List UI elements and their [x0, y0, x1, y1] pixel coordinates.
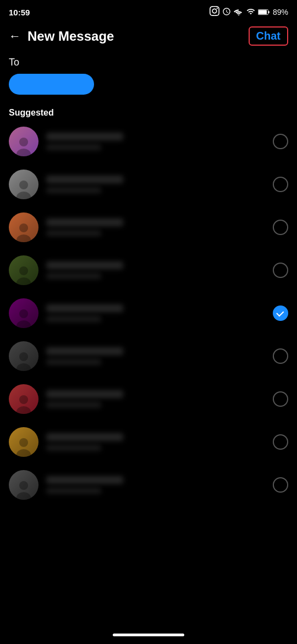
- back-button[interactable]: ←: [9, 29, 21, 43]
- contact-radio-button[interactable]: [273, 177, 288, 192]
- avatar: [9, 427, 38, 457]
- contact-subtitle: [46, 316, 101, 322]
- contact-name: [46, 304, 123, 312]
- battery-percent: 89%: [273, 8, 288, 17]
- list-item[interactable]: [0, 292, 297, 335]
- contact-info: [46, 304, 265, 322]
- contact-info: [46, 347, 265, 365]
- svg-rect-2: [258, 10, 267, 14]
- header: ← New Message Chat: [0, 22, 297, 52]
- contact-info: [46, 433, 265, 451]
- suggested-label: Suggested: [0, 103, 297, 120]
- svg-point-7: [19, 223, 28, 232]
- contact-info: [46, 476, 265, 494]
- avatar: [9, 341, 38, 371]
- battery-icon: [258, 9, 270, 15]
- avatar: [9, 384, 38, 414]
- svg-point-12: [16, 320, 31, 328]
- list-item[interactable]: [0, 206, 297, 249]
- contact-subtitle: [46, 144, 101, 150]
- contact-radio-button[interactable]: [273, 305, 288, 321]
- svg-point-14: [16, 363, 31, 371]
- svg-point-3: [19, 138, 28, 146]
- list-item[interactable]: [0, 421, 297, 463]
- svg-point-17: [19, 438, 28, 447]
- to-label: To: [9, 57, 288, 68]
- svg-point-5: [19, 181, 28, 189]
- contact-subtitle: [46, 230, 101, 236]
- contact-info: [46, 390, 265, 408]
- instagram-icon: [210, 6, 219, 18]
- contact-radio-button[interactable]: [273, 348, 288, 364]
- avatar: [9, 127, 38, 156]
- svg-rect-1: [268, 11, 270, 13]
- svg-point-10: [16, 277, 31, 285]
- to-section: To: [0, 52, 297, 101]
- svg-point-6: [16, 192, 31, 199]
- contact-subtitle: [46, 488, 101, 494]
- contact-name: [46, 261, 123, 269]
- svg-point-13: [19, 352, 28, 361]
- avatar: [9, 212, 38, 242]
- avatar: [9, 170, 38, 199]
- contact-info: [46, 133, 265, 150]
- list-item[interactable]: [0, 378, 297, 421]
- svg-point-8: [16, 234, 31, 242]
- contact-info: [46, 176, 265, 193]
- svg-point-16: [16, 406, 31, 414]
- contact-radio-button[interactable]: [273, 391, 288, 407]
- svg-point-18: [16, 449, 31, 457]
- contact-list: [0, 120, 297, 506]
- status-icons: 89%: [210, 6, 288, 18]
- contact-name: [46, 219, 123, 226]
- contact-name: [46, 476, 123, 484]
- avatar: [9, 255, 38, 285]
- wifi-icon: [234, 8, 244, 17]
- contact-name: [46, 347, 123, 355]
- contact-radio-button[interactable]: [273, 220, 288, 235]
- contact-subtitle: [46, 359, 101, 365]
- header-left: ← New Message: [9, 29, 114, 44]
- contact-name: [46, 390, 123, 398]
- bottom-bar: [0, 625, 297, 644]
- contact-info: [46, 219, 265, 236]
- recipient-input[interactable]: [9, 74, 94, 95]
- contact-subtitle: [46, 445, 101, 451]
- status-bar: 10:59: [0, 0, 297, 22]
- contact-radio-button[interactable]: [273, 263, 288, 278]
- contact-radio-button[interactable]: [273, 134, 288, 149]
- contact-radio-button[interactable]: [273, 477, 288, 493]
- chat-button[interactable]: Chat: [249, 26, 288, 46]
- svg-point-19: [19, 481, 28, 490]
- svg-point-4: [16, 149, 31, 156]
- list-item[interactable]: [0, 463, 297, 506]
- avatar: [9, 470, 38, 500]
- alarm-icon: [222, 7, 231, 18]
- signal-icon: [246, 7, 255, 18]
- contact-info: [46, 261, 265, 279]
- list-item[interactable]: [0, 249, 297, 292]
- home-indicator: [113, 634, 184, 636]
- contact-name: [46, 176, 123, 183]
- contact-name: [46, 433, 123, 441]
- svg-point-9: [19, 266, 28, 275]
- svg-point-11: [19, 309, 28, 318]
- contact-radio-button[interactable]: [273, 434, 288, 450]
- svg-point-15: [19, 395, 28, 404]
- svg-point-20: [16, 492, 31, 500]
- contact-subtitle: [46, 273, 101, 279]
- contact-subtitle: [46, 402, 101, 408]
- list-item[interactable]: [0, 120, 297, 163]
- list-item[interactable]: [0, 335, 297, 378]
- list-item[interactable]: [0, 163, 297, 206]
- avatar: [9, 298, 38, 328]
- status-time: 10:59: [9, 8, 30, 17]
- page-title: New Message: [28, 29, 114, 44]
- contact-subtitle: [46, 187, 101, 193]
- contact-name: [46, 133, 123, 140]
